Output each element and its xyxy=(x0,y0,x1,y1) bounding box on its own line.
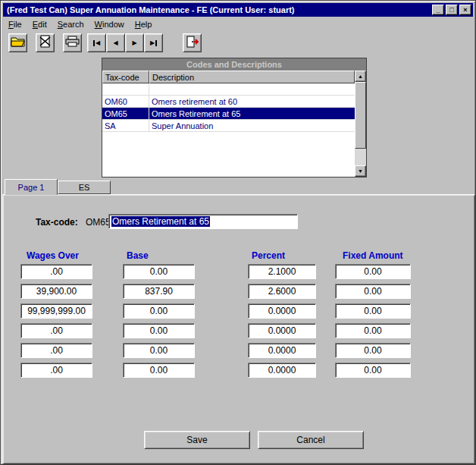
fixed-amount-input-5[interactable] xyxy=(335,343,411,358)
description-cell xyxy=(149,83,355,95)
table-row-selected[interactable]: OM65 Omers Retirement at 65 xyxy=(102,108,355,120)
app-window: (Fred Test Can) Super Annuation Maintena… xyxy=(0,0,476,465)
base-input-5[interactable] xyxy=(123,343,195,358)
fixed-amount-input-3[interactable] xyxy=(335,303,411,319)
maximize-button[interactable]: □ xyxy=(446,5,458,15)
wages-over-input-6[interactable] xyxy=(20,363,92,378)
menu-bar: File Edit Search Window Help xyxy=(3,17,473,30)
column-header-taxcode[interactable]: Tax-code xyxy=(102,71,149,83)
first-record-button[interactable]: ◀ xyxy=(87,33,106,52)
description-cell: Omers retirement at 60 xyxy=(149,96,355,107)
wages-over-input-5[interactable] xyxy=(20,343,92,358)
column-header-description[interactable]: Description xyxy=(149,71,355,83)
toolbar: ◀ ◀ ▶ ▶ xyxy=(3,31,473,55)
exit-button[interactable] xyxy=(183,33,202,52)
fixed-amount-input-1[interactable] xyxy=(335,264,411,279)
wages-over-input-2[interactable] xyxy=(20,284,92,299)
scroll-down-icon[interactable]: ▼ xyxy=(355,165,366,177)
description-cell: Omers Retirement at 65 xyxy=(149,108,355,119)
fixed-amount-input-6[interactable] xyxy=(335,363,411,378)
open-file-button[interactable] xyxy=(8,33,27,52)
delete-x-icon xyxy=(39,35,52,51)
codes-panel: Codes and Descriptions Tax-code Descript… xyxy=(102,58,367,178)
table-row[interactable] xyxy=(102,83,355,96)
taxcode-cell xyxy=(102,83,149,95)
taxcode-cell: OM65 xyxy=(102,108,149,119)
taxcode-value: OM65 xyxy=(86,217,111,228)
taxcode-cell: SA xyxy=(102,120,149,131)
base-input-1[interactable] xyxy=(123,264,195,279)
header-fixed-amount: Fixed Amount xyxy=(343,250,403,261)
wages-over-input-4[interactable] xyxy=(20,323,92,338)
next-record-button[interactable]: ▶ xyxy=(125,33,144,52)
taxcode-cell: OM60 xyxy=(102,96,149,107)
base-input-3[interactable] xyxy=(123,303,195,319)
percent-input-5[interactable] xyxy=(248,343,316,358)
wages-over-input-1[interactable] xyxy=(20,264,92,279)
menu-help[interactable]: Help xyxy=(130,18,158,30)
tab-page-1[interactable]: Page 1 xyxy=(5,179,58,195)
fixed-amount-input-4[interactable] xyxy=(335,323,411,338)
description-cell: Super Annuation xyxy=(149,120,355,131)
exit-door-icon xyxy=(186,36,199,51)
previous-record-icon: ◀ xyxy=(113,40,117,46)
delete-record-button[interactable] xyxy=(36,33,55,52)
tab-es[interactable]: ES xyxy=(58,181,111,194)
menu-file[interactable]: File xyxy=(3,18,27,30)
header-base: Base xyxy=(127,250,149,261)
codes-grid-header: Tax-code Description xyxy=(102,71,355,83)
header-wages-over: Wages Over xyxy=(27,250,79,261)
taxcode-label: Tax-code: xyxy=(36,217,78,228)
window-title: (Fred Test Can) Super Annuation Maintena… xyxy=(7,5,295,14)
codes-panel-title: Codes and Descriptions xyxy=(102,58,366,71)
selected-text: Omers Retirement at 65 xyxy=(111,216,210,227)
page-1-panel: Tax-code: OM65 Omers Retirement at 65 Wa… xyxy=(2,194,475,464)
base-input-2[interactable] xyxy=(123,284,195,299)
base-input-4[interactable] xyxy=(123,323,195,338)
percent-input-2[interactable] xyxy=(248,284,316,299)
save-button[interactable]: Save xyxy=(144,431,250,449)
table-row[interactable]: SA Super Annuation xyxy=(102,120,355,132)
vertical-scrollbar[interactable]: ▲ ▼ xyxy=(355,71,366,177)
wages-over-input-3[interactable] xyxy=(20,303,92,319)
fixed-amount-input-2[interactable] xyxy=(335,284,411,299)
menu-window[interactable]: Window xyxy=(89,18,130,30)
next-record-icon: ▶ xyxy=(132,40,136,46)
scroll-up-icon[interactable]: ▲ xyxy=(355,71,366,82)
last-record-button[interactable]: ▶ xyxy=(144,33,163,52)
print-button[interactable] xyxy=(63,33,82,52)
title-bar[interactable]: (Fred Test Can) Super Annuation Maintena… xyxy=(3,3,473,17)
minimize-button[interactable]: _ xyxy=(432,5,444,15)
cancel-button[interactable]: Cancel xyxy=(258,431,364,449)
printer-icon xyxy=(65,36,80,50)
scrollbar-thumb[interactable] xyxy=(355,82,366,149)
header-percent: Percent xyxy=(252,250,285,261)
codes-grid-body: OM60 Omers retirement at 60 OM65 Omers R… xyxy=(102,83,355,177)
last-record-icon: ▶ xyxy=(150,40,157,46)
percent-input-3[interactable] xyxy=(248,303,316,319)
menu-search[interactable]: Search xyxy=(52,18,89,30)
taxcode-description-field[interactable]: Omers Retirement at 65 xyxy=(108,214,298,229)
close-button[interactable]: × xyxy=(459,5,471,15)
open-folder-icon xyxy=(11,36,25,50)
percent-input-4[interactable] xyxy=(248,323,316,338)
base-input-6[interactable] xyxy=(123,363,195,378)
menu-edit[interactable]: Edit xyxy=(27,18,52,30)
window-controls: _ □ × xyxy=(432,5,473,15)
percent-input-6[interactable] xyxy=(248,363,316,378)
table-row[interactable]: OM60 Omers retirement at 60 xyxy=(102,96,355,108)
previous-record-button[interactable]: ◀ xyxy=(106,33,125,52)
percent-input-1[interactable] xyxy=(248,264,316,279)
first-record-icon: ◀ xyxy=(93,40,100,46)
